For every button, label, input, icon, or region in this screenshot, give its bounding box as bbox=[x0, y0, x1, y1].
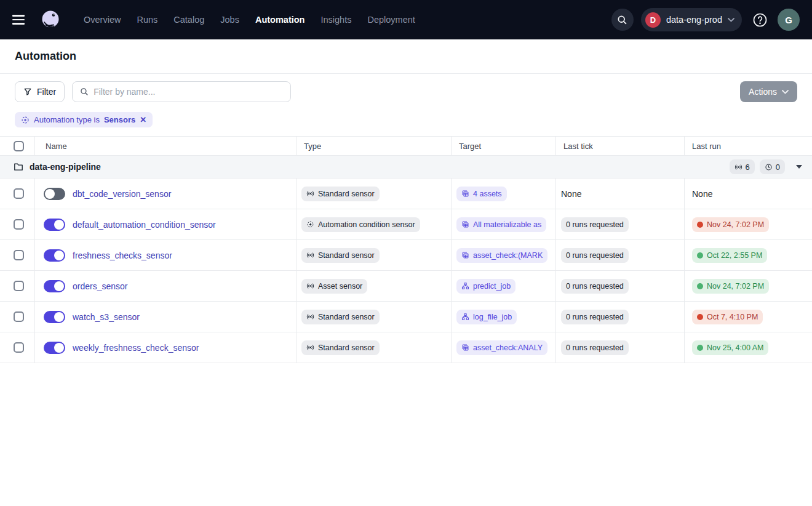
name-cell: freshness_checks_sensor bbox=[34, 240, 296, 270]
sensor-name-link[interactable]: dbt_code_version_sensor bbox=[73, 189, 171, 199]
sensor-name-link[interactable]: default_automation_condition_sensor bbox=[73, 220, 216, 230]
last-tick-cell: 0 runs requested bbox=[555, 302, 684, 332]
asset-icon bbox=[461, 251, 469, 259]
name-filter-input[interactable] bbox=[94, 87, 283, 97]
target-link-badge[interactable]: asset_check:(MARK bbox=[456, 248, 547, 263]
sensor-icon bbox=[734, 163, 742, 171]
sensor-name-link[interactable]: orders_sensor bbox=[73, 281, 128, 291]
last-run-badge[interactable]: Oct 22, 2:55 PM bbox=[692, 248, 767, 263]
sensor-toggle[interactable] bbox=[44, 219, 65, 231]
last-run-cell: Nov 24, 7:02 PM bbox=[684, 209, 812, 239]
name-cell: default_automation_condition_sensor bbox=[34, 209, 296, 239]
clock-icon bbox=[765, 163, 773, 171]
avatar[interactable]: G bbox=[778, 9, 800, 31]
last-tick-cell: 0 runs requested bbox=[555, 271, 684, 301]
target-link-badge[interactable]: asset_check:ANALY bbox=[456, 340, 547, 355]
help-icon[interactable] bbox=[749, 9, 770, 30]
sensor-icon bbox=[306, 343, 314, 351]
actions-button[interactable]: Actions bbox=[740, 81, 797, 102]
row-checkbox-cell bbox=[0, 179, 34, 209]
actions-button-label: Actions bbox=[749, 87, 777, 97]
nav-item-overview[interactable]: Overview bbox=[78, 10, 127, 30]
dagster-logo-icon[interactable] bbox=[38, 7, 63, 32]
filter-chip-automation-type[interactable]: Automation type is Sensors ✕ bbox=[15, 112, 153, 127]
last-run-badge[interactable]: Nov 24, 7:02 PM bbox=[692, 217, 769, 232]
last-run-badge[interactable]: Oct 7, 4:10 PM bbox=[692, 310, 763, 324]
target-link-badge[interactable]: predict_job bbox=[456, 279, 515, 294]
type-badge: Standard sensor bbox=[301, 187, 380, 201]
nav-right: D data-eng-prod G bbox=[611, 8, 800, 31]
target-link-badge[interactable]: 4 assets bbox=[456, 187, 507, 201]
last-tick-badge: 0 runs requested bbox=[561, 248, 629, 263]
nav-item-runs[interactable]: Runs bbox=[130, 10, 164, 30]
remove-filter-icon[interactable]: ✕ bbox=[140, 116, 146, 124]
search-box bbox=[72, 81, 291, 102]
sensor-name-link[interactable]: weekly_freshness_check_sensor bbox=[73, 343, 199, 353]
run-status-dot bbox=[697, 252, 703, 259]
asset-icon bbox=[461, 220, 469, 228]
run-status-dot bbox=[697, 222, 703, 228]
target-link-badge[interactable]: All materializable as bbox=[456, 217, 546, 232]
collapse-group-icon[interactable] bbox=[796, 165, 802, 169]
asset-icon bbox=[461, 343, 469, 351]
last-tick-value: None bbox=[561, 189, 581, 199]
last-tick-cell: 0 runs requested bbox=[555, 209, 684, 239]
row-checkbox[interactable] bbox=[14, 281, 24, 291]
menu-icon[interactable] bbox=[12, 12, 28, 28]
type-badge: Asset sensor bbox=[301, 279, 367, 294]
row-checkbox[interactable] bbox=[14, 188, 24, 199]
schedule-count-badge: 0 bbox=[760, 159, 785, 174]
filter-chip-value: Sensors bbox=[104, 115, 135, 124]
last-run-badge[interactable]: Nov 24, 7:02 PM bbox=[692, 279, 769, 294]
automation-condition-icon bbox=[306, 220, 314, 228]
nav-item-deployment[interactable]: Deployment bbox=[361, 10, 421, 30]
table-row: orders_sensorAsset sensorpredict_job0 ru… bbox=[0, 271, 812, 302]
sensor-name-link[interactable]: freshness_checks_sensor bbox=[73, 251, 172, 260]
filter-button[interactable]: Filter bbox=[15, 81, 65, 102]
target-link-badge[interactable]: log_file_job bbox=[456, 310, 517, 324]
column-header-name: Name bbox=[34, 137, 296, 155]
nav-item-jobs[interactable]: Jobs bbox=[214, 10, 245, 30]
deployment-switcher[interactable]: D data-eng-prod bbox=[641, 8, 742, 31]
last-tick-badge: 0 runs requested bbox=[561, 279, 629, 294]
deployment-badge: D bbox=[645, 12, 661, 28]
column-header-last-run: Last run bbox=[684, 137, 812, 155]
row-checkbox[interactable] bbox=[14, 311, 24, 322]
last-tick-cell: 0 runs requested bbox=[555, 332, 684, 363]
search-icon[interactable] bbox=[611, 9, 634, 31]
sensor-toggle[interactable] bbox=[44, 249, 65, 262]
row-checkbox[interactable] bbox=[14, 219, 24, 230]
sensor-toggle[interactable] bbox=[44, 188, 65, 200]
row-checkbox[interactable] bbox=[14, 342, 24, 353]
asset-icon bbox=[461, 190, 469, 198]
sensor-toggle[interactable] bbox=[44, 280, 65, 292]
table-body: dbt_code_version_sensorStandard sensor4 … bbox=[0, 179, 812, 363]
select-all-checkbox[interactable] bbox=[14, 141, 24, 151]
sensor-count-badge: 6 bbox=[730, 159, 755, 174]
row-checkbox-cell bbox=[0, 302, 34, 332]
last-run-badge[interactable]: Nov 25, 4:00 AM bbox=[692, 340, 768, 355]
name-cell: weekly_freshness_check_sensor bbox=[34, 332, 296, 363]
last-tick-cell: 0 runs requested bbox=[555, 240, 684, 270]
funnel-icon bbox=[23, 87, 32, 96]
toolbar: Filter Actions bbox=[0, 74, 812, 110]
group-row[interactable]: data-eng-pipeline 6 0 bbox=[0, 156, 812, 179]
top-nav: OverviewRunsCatalogJobsAutomationInsight… bbox=[0, 0, 812, 39]
type-cell: Asset sensor bbox=[296, 271, 451, 301]
nav-item-automation[interactable]: Automation bbox=[249, 10, 311, 30]
deployment-name: data-eng-prod bbox=[666, 15, 722, 25]
sensor-name-link[interactable]: watch_s3_sensor bbox=[73, 312, 140, 322]
column-header-target: Target bbox=[451, 137, 555, 155]
nav-item-insights[interactable]: Insights bbox=[314, 10, 357, 30]
nav-item-catalog[interactable]: Catalog bbox=[167, 10, 210, 30]
sensor-toggle[interactable] bbox=[44, 311, 65, 323]
row-checkbox[interactable] bbox=[14, 250, 24, 260]
table-row: freshness_checks_sensorStandard sensoras… bbox=[0, 240, 812, 271]
column-header-last-tick: Last tick bbox=[555, 137, 684, 155]
sensor-icon bbox=[306, 313, 314, 321]
sensor-toggle[interactable] bbox=[44, 342, 65, 354]
target-cell: log_file_job bbox=[451, 302, 555, 332]
last-run-cell: None bbox=[684, 179, 812, 209]
last-run-cell: Oct 7, 4:10 PM bbox=[684, 302, 812, 332]
sensor-icon bbox=[306, 190, 314, 198]
